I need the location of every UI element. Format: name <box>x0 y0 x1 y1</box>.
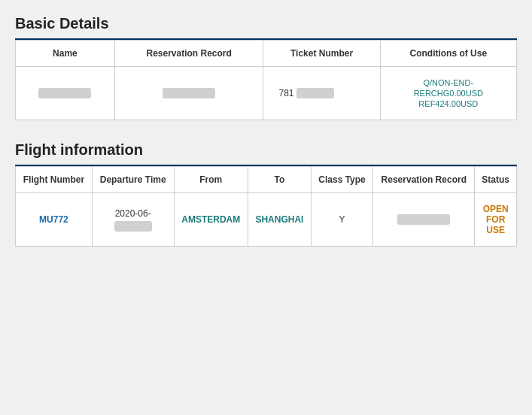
to-cell: SHANGHAI <box>248 193 311 247</box>
status-value: OPENFORUSE <box>483 204 509 235</box>
col-header-name: Name <box>16 41 115 67</box>
conditions-text: Q/NON-END-RERCHG0.00USDREF424.00USD <box>414 78 483 108</box>
to-value: SHANGHAI <box>255 214 303 225</box>
conditions-cell: Q/NON-END-RERCHG0.00USDREF424.00USD <box>380 67 516 120</box>
flight-info-table-wrapper: Flight Number Departure Time From To Cla… <box>15 166 517 247</box>
departure-date-redacted <box>114 221 152 232</box>
col-header-departure-time: Departure Time <box>92 167 174 193</box>
flight-info-title: Flight information <box>15 141 517 159</box>
col-header-conditions: Conditions of Use <box>380 41 516 67</box>
flight-data-row: MU772 2020-06- AMSTERDAM SHANGHAI <box>16 193 517 247</box>
reservation-record-cell <box>114 67 263 120</box>
col-header-to: To <box>248 167 311 193</box>
basic-details-section: Basic Details Name Reservation Record Ti… <box>15 15 517 120</box>
basic-details-data-row: 781 Q/NON-END-RERCHG0.00USDREF424.00USD <box>16 67 517 120</box>
flight-info-section: Flight information Flight Number Departu… <box>15 141 517 247</box>
name-cell <box>16 67 115 120</box>
departure-date-wrapper: 2020-06- <box>99 208 168 232</box>
col-header-ticket: Ticket Number <box>263 41 380 67</box>
col-header-status: Status <box>475 167 517 193</box>
from-cell: AMSTERDAM <box>174 193 248 247</box>
flight-info-header-row: Flight Number Departure Time From To Cla… <box>16 167 517 193</box>
name-redacted <box>38 88 91 98</box>
flight-reservation-redacted <box>397 214 450 225</box>
departure-time-cell: 2020-06- <box>92 193 174 247</box>
ticket-redacted <box>296 88 334 98</box>
basic-details-table: Name Reservation Record Ticket Number Co… <box>15 40 517 120</box>
flight-number-value: MU772 <box>39 214 68 225</box>
flight-info-table: Flight Number Departure Time From To Cla… <box>15 166 517 247</box>
flight-number-cell: MU772 <box>16 193 93 247</box>
status-cell: OPENFORUSE <box>475 193 517 247</box>
col-header-class-type: Class Type <box>311 167 372 193</box>
col-header-flight-number: Flight Number <box>16 167 93 193</box>
basic-details-header-row: Name Reservation Record Ticket Number Co… <box>16 41 517 67</box>
col-header-reservation: Reservation Record <box>114 41 263 67</box>
class-type-cell: Y <box>311 193 372 247</box>
reservation-redacted <box>163 88 215 98</box>
ticket-prefix: 781 <box>278 88 293 98</box>
ticket-number-cell: 781 <box>263 67 380 120</box>
col-header-from: From <box>174 167 248 193</box>
col-header-res-record: Reservation Record <box>373 167 475 193</box>
departure-date-text: 2020-06- <box>115 208 151 219</box>
flight-reservation-record-cell <box>373 193 475 247</box>
from-value: AMSTERDAM <box>181 214 240 225</box>
class-type-value: Y <box>339 214 345 225</box>
basic-details-table-wrapper: Name Reservation Record Ticket Number Co… <box>15 40 517 120</box>
basic-details-title: Basic Details <box>15 15 517 32</box>
